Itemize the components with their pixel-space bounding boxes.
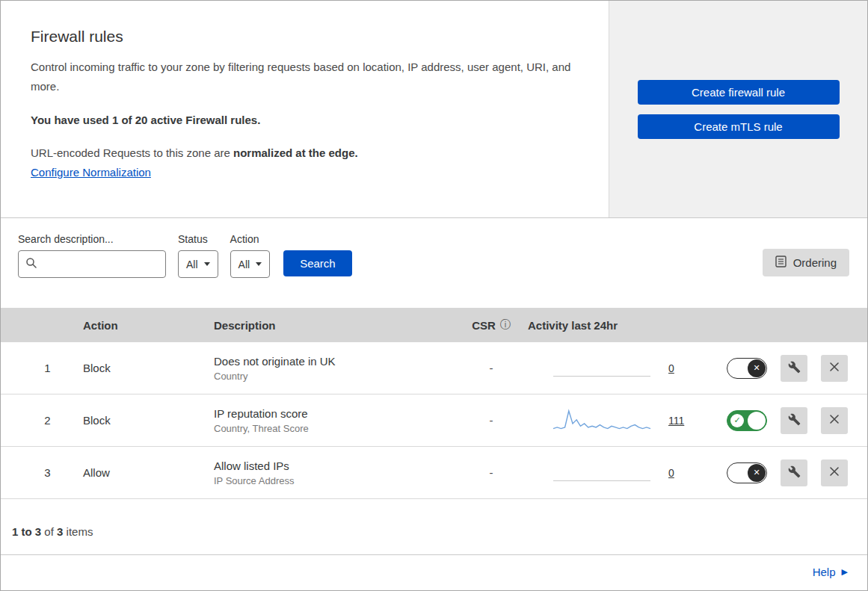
column-csr: CSR ⓘ	[458, 318, 525, 332]
ordering-button-label: Ordering	[793, 256, 837, 269]
normalization-prefix: URL-encoded Requests to this zone are	[31, 146, 233, 159]
rule-controls: ✓ ✕	[712, 355, 867, 382]
action-dropdown[interactable]: All	[230, 250, 271, 278]
close-icon	[829, 414, 840, 427]
status-filter-group: Status All	[178, 233, 218, 278]
rule-action: Allow	[83, 466, 214, 479]
rule-action: Block	[83, 362, 214, 374]
activity-sparkline	[553, 407, 650, 434]
action-filter-group: Action All	[230, 233, 271, 278]
firewall-rules-page: Firewall rules Control incoming traffic …	[0, 0, 868, 591]
rule-priority: 1	[12, 362, 83, 374]
rule-fields: Country	[214, 371, 458, 382]
usage-summary: You have used 1 of 20 active Firewall ru…	[31, 114, 579, 126]
table-row: 2 Block IP reputation score Country, Thr…	[1, 394, 867, 447]
rule-activity: 111	[525, 407, 712, 434]
search-input[interactable]	[43, 259, 158, 270]
activity-count-link[interactable]: 0	[668, 467, 674, 479]
chevron-down-icon	[256, 262, 262, 266]
chevron-right-icon: ▶	[842, 568, 848, 576]
chevron-down-icon	[204, 262, 210, 266]
pagination-total: 3	[57, 525, 63, 538]
wrench-icon	[788, 465, 801, 480]
rule-fields: IP Source Address	[214, 475, 458, 486]
action-label: Action	[230, 233, 271, 245]
rule-fields: Country, Threat Score	[214, 423, 458, 434]
toggle-knob: ✕	[748, 464, 766, 482]
edit-rule-button[interactable]	[781, 407, 807, 434]
help-bar: Help ▶	[1, 554, 867, 589]
x-icon: ✕	[753, 468, 760, 477]
page-header: Firewall rules Control incoming traffic …	[1, 1, 867, 218]
activity-sparkline	[553, 355, 650, 382]
ordering-button[interactable]: Ordering	[763, 249, 849, 276]
close-icon	[829, 466, 840, 479]
configure-normalization-link[interactable]: Configure Normalization	[31, 166, 151, 179]
search-group: Search description...	[18, 233, 166, 278]
rule-enabled-toggle[interactable]: ✓ ✕	[727, 358, 767, 379]
rule-csr-value: -	[458, 414, 525, 427]
status-dropdown[interactable]: All	[178, 250, 218, 278]
rules-table-header: Action Description CSR ⓘ Activity last 2…	[1, 308, 867, 342]
status-label: Status	[178, 233, 218, 245]
edit-rule-button[interactable]	[781, 355, 807, 382]
column-action: Action	[83, 319, 214, 332]
edit-rule-button[interactable]	[781, 460, 807, 486]
rule-enabled-toggle[interactable]: ✓ ✕	[727, 410, 767, 431]
pagination-items: items	[67, 525, 93, 538]
search-button[interactable]: Search	[283, 250, 352, 276]
rule-priority: 2	[12, 414, 83, 427]
action-dropdown-value: All	[238, 259, 250, 270]
wrench-icon	[788, 361, 801, 376]
delete-rule-button[interactable]	[821, 355, 848, 382]
page-header-text: Firewall rules Control incoming traffic …	[1, 1, 609, 217]
toggle-knob: ✕	[748, 412, 766, 430]
close-icon	[829, 362, 840, 374]
filter-bar: Search description... Status All Action …	[1, 218, 867, 308]
check-icon: ✓	[730, 414, 744, 427]
toggle-knob: ✕	[748, 359, 766, 377]
rule-csr-value: -	[458, 466, 525, 479]
page-title: Firewall rules	[31, 28, 579, 46]
search-box[interactable]	[18, 250, 166, 278]
normalization-bold: normalized at the edge.	[233, 146, 358, 159]
rule-csr-value: -	[458, 362, 525, 374]
csr-label: CSR	[472, 319, 496, 332]
rule-controls: ✓ ✕	[712, 407, 867, 434]
delete-rule-button[interactable]	[821, 460, 848, 486]
rule-enabled-toggle[interactable]: ✓ ✕	[727, 462, 767, 483]
rule-controls: ✓ ✕	[712, 460, 867, 486]
column-description: Description	[214, 319, 458, 332]
wrench-icon	[788, 413, 801, 428]
activity-count-link[interactable]: 0	[668, 362, 674, 374]
help-link[interactable]: Help ▶	[813, 566, 848, 578]
rule-action: Block	[83, 414, 214, 427]
delete-rule-button[interactable]	[821, 407, 848, 434]
normalization-text: URL-encoded Requests to this zone are no…	[31, 146, 579, 159]
rule-description: IP reputation score Country, Threat Scor…	[214, 407, 458, 434]
rule-description-title: Does not originate in UK	[214, 355, 458, 368]
rule-activity: 0	[525, 460, 712, 486]
pagination-range: 1 to 3	[12, 525, 41, 538]
activity-count-link[interactable]: 111	[668, 415, 684, 427]
create-mtls-rule-button[interactable]: Create mTLS rule	[638, 114, 840, 139]
page-description: Control incoming traffic to your zone by…	[31, 58, 576, 96]
create-firewall-rule-button[interactable]: Create firewall rule	[638, 80, 840, 105]
actions-panel: Create firewall rule Create mTLS rule	[609, 1, 867, 217]
pagination-of: of	[44, 525, 54, 538]
ordering-list-icon	[775, 256, 787, 270]
activity-sparkline	[553, 460, 650, 486]
column-activity: Activity last 24hr	[525, 319, 712, 332]
x-icon: ✕	[753, 363, 760, 373]
rule-activity: 0	[525, 355, 712, 382]
rule-description: Allow listed IPs IP Source Address	[214, 460, 458, 486]
table-row: 1 Block Does not originate in UK Country…	[1, 342, 867, 394]
rule-priority: 3	[12, 466, 83, 479]
rule-description: Does not originate in UK Country	[214, 355, 458, 382]
info-icon[interactable]: ⓘ	[500, 318, 511, 332]
search-icon	[25, 257, 37, 272]
rule-description-title: IP reputation score	[214, 407, 458, 420]
table-row: 3 Allow Allow listed IPs IP Source Addre…	[1, 447, 867, 499]
status-dropdown-value: All	[186, 259, 198, 270]
search-label: Search description...	[18, 233, 166, 245]
